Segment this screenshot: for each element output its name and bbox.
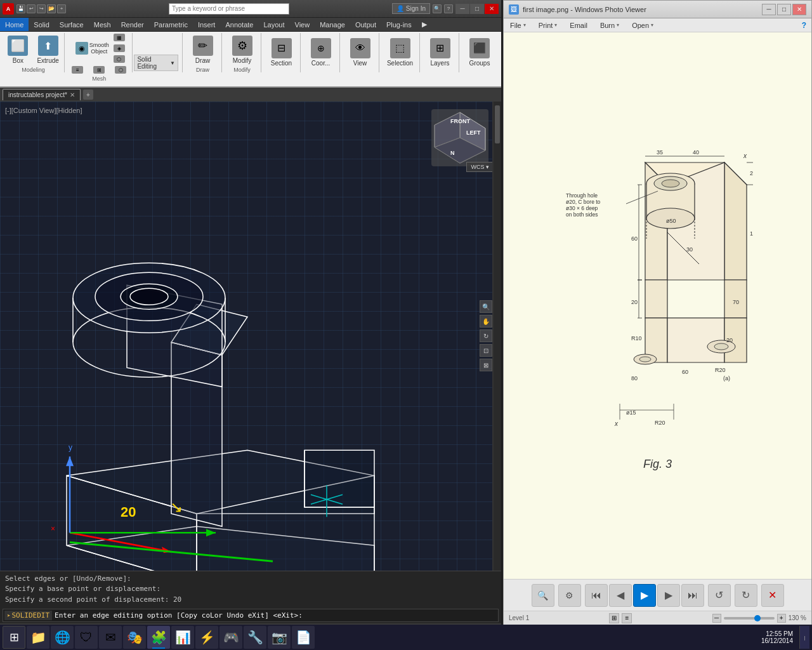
groups-button[interactable]: ⬛ Groups: [466, 36, 494, 69]
minimize-button[interactable]: ─: [455, 4, 469, 14]
pv-rotate-cw-btn[interactable]: ↻: [735, 584, 757, 607]
zoom-slider[interactable]: [724, 617, 775, 620]
pv-open-menu[interactable]: Open ▾: [625, 20, 660, 30]
viewport[interactable]: [-][Custom View][Hidden]: [0, 102, 501, 571]
save-btn[interactable]: 💾: [16, 4, 25, 13]
taskbar-discord[interactable]: 🎭: [123, 626, 146, 649]
menu-mesh[interactable]: Mesh: [89, 18, 116, 31]
command-input-text[interactable]: Enter an edge editing option [Copy coLor…: [52, 611, 305, 620]
menu-more[interactable]: ▶: [417, 18, 432, 31]
modify-button[interactable]: ⚙ Modify: [228, 33, 256, 67]
menu-render[interactable]: Render: [116, 18, 149, 31]
back-tool[interactable]: ⊠: [480, 359, 492, 371]
box-button[interactable]: ⬜ Box: [4, 33, 32, 67]
viewport-scrollbar[interactable]: [494, 102, 501, 571]
modeling-items: ⬜ Box ⬆ Extrude: [4, 33, 62, 67]
section-button[interactable]: ⊟ Section: [267, 36, 296, 69]
pv-next-btn[interactable]: ▶: [657, 584, 680, 607]
extents-tool[interactable]: ⊡: [480, 344, 492, 357]
orbit-tool[interactable]: ↻: [480, 329, 492, 342]
taskbar-app2[interactable]: 🎮: [219, 626, 242, 649]
pv-thumb-view[interactable]: ⊞: [609, 613, 619, 623]
zoom-tool[interactable]: 🔍: [480, 300, 492, 313]
restore-button[interactable]: □: [470, 4, 484, 14]
menu-manage[interactable]: Manage: [315, 18, 350, 31]
start-button[interactable]: ⊞: [3, 626, 25, 649]
extrude-button[interactable]: ⬆ Extrude: [33, 33, 62, 67]
mesh-btn-2[interactable]: ◈: [113, 44, 126, 54]
pv-search-btn[interactable]: 🔍: [532, 584, 554, 607]
taskbar-autocad[interactable]: 🧩: [147, 626, 170, 649]
show-desktop-button[interactable]: |: [799, 626, 809, 649]
new-tab-button[interactable]: +: [83, 90, 93, 100]
open-btn[interactable]: 📂: [47, 4, 56, 13]
menu-annotate[interactable]: Annotate: [220, 18, 258, 31]
zoom-in-btn[interactable]: +: [777, 614, 786, 623]
taskbar-app1[interactable]: ⚡: [195, 626, 218, 649]
pv-help-button[interactable]: ?: [797, 20, 811, 31]
view-cube[interactable]: FRONT LEFT N: [431, 109, 488, 166]
help-btn[interactable]: ?: [444, 4, 453, 13]
close-button[interactable]: ✕: [485, 4, 499, 14]
user-icon: 👤: [396, 5, 404, 12]
menu-insert[interactable]: Insert: [193, 18, 221, 31]
mesh-btn-1[interactable]: ▦: [113, 33, 126, 43]
pv-adjust-btn[interactable]: ⚙: [558, 584, 581, 607]
pv-close[interactable]: ✕: [792, 4, 806, 15]
pv-file-menu[interactable]: File ▾: [504, 20, 532, 30]
menu-plugins[interactable]: Plug-ins: [381, 18, 417, 31]
redo-btn[interactable]: ↪: [37, 4, 46, 13]
pv-prev-btn[interactable]: ◀: [609, 584, 632, 607]
pv-maximize[interactable]: □: [777, 4, 791, 15]
tab-close-icon[interactable]: ✕: [70, 91, 75, 98]
taskbar-chrome[interactable]: 🌐: [51, 626, 74, 649]
taskbar-shield[interactable]: 🛡: [75, 626, 98, 649]
undo-btn[interactable]: ↩: [27, 4, 36, 13]
menu-layout[interactable]: Layout: [258, 18, 289, 31]
draw-button[interactable]: ✏ Draw: [189, 33, 217, 67]
selection-button[interactable]: ⬚ Selection: [383, 36, 417, 69]
pv-slideshow-btn[interactable]: ▶: [633, 584, 656, 607]
zoom-handle[interactable]: [754, 615, 761, 621]
search-input[interactable]: [169, 3, 289, 15]
pv-email-menu[interactable]: Email: [563, 20, 594, 30]
pv-minimize[interactable]: ─: [762, 4, 776, 15]
menu-parametric[interactable]: Parametric: [149, 18, 193, 31]
pv-print-menu[interactable]: Print ▾: [532, 20, 564, 30]
mesh-btn-3[interactable]: ⬡: [113, 55, 126, 65]
search-icon-btn[interactable]: 🔍: [433, 4, 442, 13]
zoom-out-btn[interactable]: ─: [712, 614, 721, 623]
taskbar-camera[interactable]: 📷: [268, 626, 291, 649]
mesh-row-btn3[interactable]: ⬡: [110, 65, 131, 76]
menu-home[interactable]: Home: [0, 18, 29, 31]
taskbar-excel[interactable]: 📊: [171, 626, 194, 649]
solid-editing-dropdown[interactable]: Solid Editing ▼: [134, 55, 178, 71]
menu-solid[interactable]: Solid: [29, 18, 54, 31]
coordinates-button[interactable]: ⊕ Coor...: [307, 36, 335, 69]
file-tab-main[interactable]: instructables project* ✕: [3, 89, 81, 100]
pv-first-btn[interactable]: ⏮: [585, 584, 608, 607]
pv-last-btn[interactable]: ⏭: [681, 584, 704, 607]
menu-view[interactable]: View: [290, 18, 315, 31]
view-button[interactable]: 👁 View: [346, 36, 374, 69]
taskbar-explorer[interactable]: 📁: [27, 626, 49, 649]
pv-delete-btn[interactable]: ✕: [761, 584, 784, 607]
smooth-object-button[interactable]: ◉ SmoothObject: [73, 33, 112, 65]
wcs-dropdown[interactable]: ▾: [486, 164, 489, 170]
taskbar-acrobat[interactable]: 📄: [292, 626, 315, 649]
new-btn[interactable]: +: [57, 4, 66, 13]
menu-output[interactable]: Output: [350, 18, 381, 31]
mesh-row-btn2[interactable]: ⊞: [89, 65, 109, 76]
taskbar-mail[interactable]: ✉: [99, 626, 122, 649]
layers-button[interactable]: ⊞ Layers: [426, 36, 454, 69]
scrollbar-thumb[interactable]: [495, 105, 500, 143]
mesh-row-btn[interactable]: ≡: [67, 65, 88, 76]
pv-list-view[interactable]: ≡: [622, 613, 632, 623]
pv-burn-menu[interactable]: Burn ▾: [594, 20, 625, 30]
pv-rotate-ccw-btn[interactable]: ↺: [708, 584, 731, 607]
pan-tool[interactable]: ✋: [480, 315, 492, 328]
pv-image-area: Through hole ø20, C bore to ø30 × 6 deep…: [516, 45, 799, 566]
taskbar-app3[interactable]: 🔧: [244, 626, 266, 649]
menu-surface[interactable]: Surface: [55, 18, 89, 31]
signin-button[interactable]: 👤 Sign In: [392, 3, 430, 14]
